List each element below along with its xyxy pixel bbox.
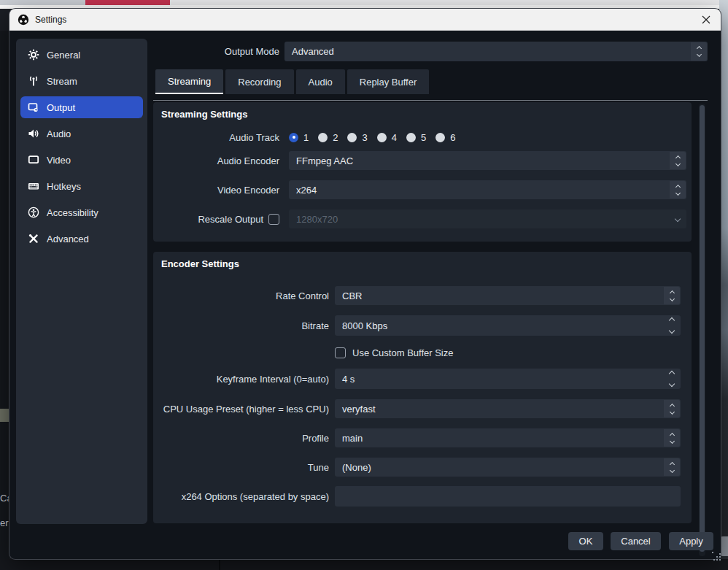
rescale-output-label: Rescale Output: [198, 214, 263, 225]
audio-track-radio-2[interactable]: [318, 133, 328, 142]
tune-row: Tune (None): [153, 458, 692, 477]
spinbox-arrows[interactable]: [670, 369, 674, 389]
x264-options-input[interactable]: [335, 486, 681, 507]
spinbox-arrows[interactable]: [670, 315, 674, 336]
cpu-preset-label: CPU Usage Preset (higher = less CPU): [163, 404, 329, 415]
keyframe-interval-spinbox[interactable]: 4 s: [335, 369, 681, 389]
desktop-background-bottom: [0, 559, 728, 570]
background-photo-fragment: [0, 409, 9, 422]
sidebar-item-accessibility[interactable]: Accessibility: [20, 201, 143, 223]
vertical-scrollbar[interactable]: [699, 104, 705, 556]
encoder-settings-group: Encoder Settings Rate Control CBR Bitrat…: [153, 252, 692, 523]
combo-spinner[interactable]: [664, 400, 680, 417]
sidebar-item-label: Accessibility: [47, 207, 98, 218]
sidebar-item-label: Video: [47, 155, 71, 166]
audio-track-radio-1[interactable]: [289, 133, 298, 142]
tab-pane-divider: [153, 100, 708, 101]
audio-track-radio-6[interactable]: [435, 133, 445, 142]
sidebar-item-audio[interactable]: Audio: [20, 123, 143, 145]
desktop-background-strip: [170, 0, 728, 5]
output-mode-value: Advanced: [292, 46, 334, 57]
audio-track-radio-5[interactable]: [406, 133, 416, 142]
sidebar-item-stream[interactable]: Stream: [20, 70, 143, 92]
monitor-icon: [28, 154, 39, 166]
tab-audio[interactable]: Audio: [296, 69, 345, 94]
background-text-fragment: Ca: [0, 493, 9, 504]
broadcast-icon: [28, 75, 39, 87]
tune-label: Tune: [308, 462, 329, 473]
rescale-output-checkbox[interactable]: [268, 214, 279, 225]
cpu-preset-select[interactable]: veryfast: [335, 399, 681, 418]
title-bar: Settings: [9, 9, 721, 31]
audio-encoder-label: Audio Encoder: [217, 155, 279, 166]
group-title: Encoder Settings: [161, 258, 239, 269]
output-mode-label: Output Mode: [9, 46, 279, 57]
keyboard-icon: [28, 180, 39, 192]
sidebar-item-label: Audio: [47, 128, 71, 139]
profile-select[interactable]: main: [335, 428, 681, 447]
resize-grip[interactable]: [712, 552, 722, 562]
bitrate-spinbox[interactable]: 8000 Kbps: [335, 315, 681, 336]
custom-buffer-label: Use Custom Buffer Size: [352, 347, 453, 358]
sidebar-item-label: Advanced: [47, 234, 89, 244]
cancel-button[interactable]: Cancel: [611, 532, 661, 550]
sidebar-item-video[interactable]: Video: [20, 149, 143, 171]
sidebar-item-advanced[interactable]: Advanced: [20, 228, 143, 250]
tab-recording[interactable]: Recording: [225, 69, 293, 94]
x264-options-label: x264 Options (separated by space): [182, 491, 329, 502]
cpu-preset-row: CPU Usage Preset (higher = less CPU) ver…: [153, 399, 692, 418]
audio-encoder-row: Audio Encoder FFmpeg AAC: [153, 151, 692, 170]
audio-track-radio-3[interactable]: [347, 133, 357, 142]
audio-track-options: 1 2 3 4 5 6: [289, 132, 686, 143]
profile-label: Profile: [302, 433, 329, 444]
scrollbar-thumb[interactable]: [700, 105, 705, 552]
output-mode-row: Output Mode Advanced: [9, 42, 708, 61]
custom-buffer-row: Use Custom Buffer Size: [153, 347, 692, 358]
rate-control-label: Rate Control: [276, 290, 329, 301]
audio-track-label: Audio Track: [229, 132, 279, 143]
combo-spinner[interactable]: [664, 429, 680, 447]
apply-button[interactable]: Apply: [669, 532, 713, 550]
video-encoder-label: Video Encoder: [217, 185, 279, 196]
combo-spinner[interactable]: [664, 458, 680, 476]
combo-spinner[interactable]: [670, 181, 686, 199]
settings-sidebar: General Stream Output Audio Video: [16, 39, 147, 524]
sidebar-item-hotkeys[interactable]: Hotkeys: [20, 175, 143, 197]
rate-control-row: Rate Control CBR: [153, 286, 692, 305]
custom-buffer-checkbox[interactable]: [335, 347, 346, 358]
tab-streaming[interactable]: Streaming: [155, 69, 223, 94]
combo-spinner[interactable]: [691, 42, 707, 61]
tune-select[interactable]: (None): [335, 458, 681, 477]
output-mode-select[interactable]: Advanced: [284, 42, 708, 61]
speaker-icon: [28, 128, 39, 139]
combo-spinner[interactable]: [670, 152, 686, 169]
background-text-fragment: er: [0, 517, 9, 528]
audio-track-radio-4[interactable]: [377, 133, 387, 142]
group-title: Streaming Settings: [161, 109, 247, 120]
profile-row: Profile main: [153, 428, 692, 447]
window-title: Settings: [35, 15, 66, 25]
tools-icon: [28, 233, 39, 244]
bitrate-row: Bitrate 8000 Kbps: [153, 315, 692, 336]
combo-spinner[interactable]: [664, 287, 680, 304]
background-divider: [219, 560, 220, 570]
sidebar-item-output[interactable]: Output: [20, 96, 143, 118]
keyframe-interval-label: Keyframe Interval (0=auto): [217, 374, 329, 385]
desktop-background-left: Ca er: [0, 31, 9, 559]
sidebar-item-label: Output: [47, 102, 75, 113]
rescale-resolution-select: 1280x720: [289, 209, 686, 228]
settings-window: Settings General Stream Output: [9, 9, 721, 559]
desktop-background-strip: [0, 0, 85, 5]
ok-button[interactable]: OK: [568, 532, 603, 550]
streaming-settings-group: Streaming Settings Audio Track 1 2 3 4 5…: [153, 102, 692, 242]
obs-logo-icon: [17, 13, 29, 26]
rate-control-select[interactable]: CBR: [335, 286, 681, 305]
tab-replay-buffer[interactable]: Replay Buffer: [347, 69, 430, 94]
bitrate-label: Bitrate: [301, 320, 329, 331]
close-icon[interactable]: [699, 12, 713, 27]
sidebar-item-label: Hotkeys: [47, 181, 81, 192]
video-encoder-select[interactable]: x264: [289, 180, 686, 199]
video-encoder-row: Video Encoder x264: [153, 180, 692, 199]
audio-encoder-select[interactable]: FFmpeg AAC: [289, 151, 686, 170]
audio-track-row: Audio Track 1 2 3 4 5 6: [153, 131, 692, 143]
